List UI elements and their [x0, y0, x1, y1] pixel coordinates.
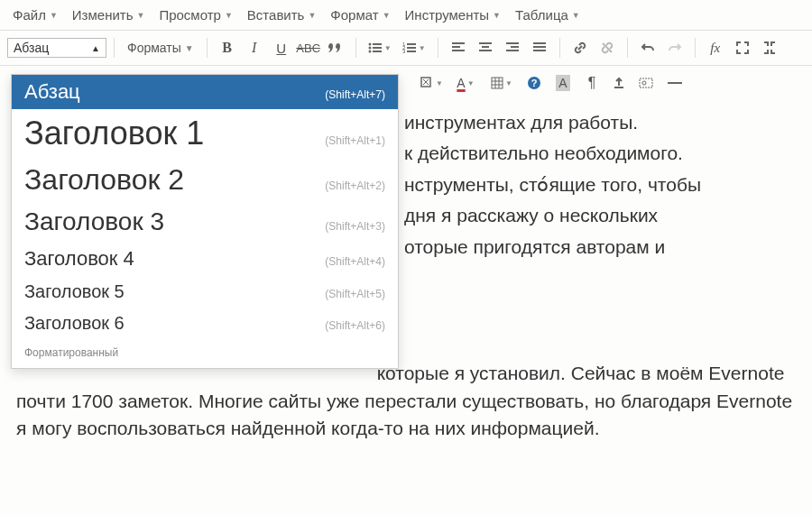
underline-button[interactable]: U	[269, 36, 294, 60]
chevron-down-icon: ▼	[225, 11, 233, 20]
svg-point-2	[368, 47, 371, 50]
align-justify-button[interactable]	[527, 36, 552, 60]
dd-shortcut: (Shift+Alt+6)	[325, 319, 385, 332]
svg-point-33	[642, 81, 646, 85]
italic-button[interactable]: I	[242, 36, 267, 60]
svg-text:?: ?	[531, 78, 538, 88]
dd-heading-1[interactable]: Заголовок 1 (Shift+Alt+1)	[12, 109, 398, 158]
dd-preformatted[interactable]: Форматированный	[12, 339, 398, 368]
svg-rect-3	[373, 47, 382, 49]
chevron-up-icon: ▲	[91, 43, 100, 53]
dd-heading-2[interactable]: Заголовок 2 (Shift+Alt+2)	[12, 158, 398, 202]
table-button[interactable]: ▼	[485, 71, 518, 95]
menu-table[interactable]: Таблица▼	[510, 5, 586, 25]
dd-heading-5[interactable]: Заголовок 5 (Shift+Alt+5)	[12, 276, 398, 308]
dd-shortcut: (Shift+Alt+5)	[325, 288, 385, 300]
dd-shortcut: (Shift+Alt+4)	[325, 255, 385, 268]
svg-rect-13	[452, 46, 460, 48]
fullscreen-button[interactable]	[730, 36, 755, 60]
svg-rect-16	[482, 46, 489, 48]
svg-rect-1	[373, 43, 382, 45]
svg-point-0	[368, 43, 371, 46]
highlight-button[interactable]: A	[550, 71, 576, 95]
svg-rect-23	[533, 50, 546, 51]
svg-rect-11	[407, 51, 416, 52]
separator	[355, 38, 356, 58]
upload-button[interactable]	[606, 71, 632, 95]
formats-menu[interactable]: Форматы ▼	[122, 38, 199, 58]
svg-rect-15	[479, 42, 492, 44]
horizontal-rule-button[interactable]	[662, 71, 687, 95]
menu-edit[interactable]: Изменить▼	[67, 5, 151, 25]
svg-rect-19	[511, 46, 519, 48]
svg-text:3: 3	[402, 49, 406, 54]
align-center-button[interactable]	[473, 36, 498, 60]
text-color-button[interactable]: A▼	[449, 71, 482, 95]
dd-label: Заголовок 6	[24, 313, 125, 334]
formats-label: Форматы	[127, 41, 181, 55]
menu-tools[interactable]: Инструменты▼	[400, 5, 506, 25]
bold-button[interactable]: B	[215, 36, 240, 60]
dd-label: Заголовок 1	[24, 115, 204, 152]
embed-button[interactable]	[633, 71, 659, 95]
chevron-down-icon: ▼	[572, 11, 580, 20]
menu-view[interactable]: Просмотр▼	[153, 5, 237, 25]
svg-rect-12	[452, 42, 465, 44]
dd-paragraph[interactable]: Абзац (Shift+Alt+7)	[12, 75, 398, 109]
paragraph-icon[interactable]: ¶	[579, 71, 604, 95]
align-left-button[interactable]	[446, 36, 471, 60]
dd-label: Заголовок 4	[24, 247, 134, 271]
dd-label: Заголовок 3	[24, 207, 164, 236]
background-color-button[interactable]: ▼	[415, 71, 448, 95]
separator	[114, 38, 115, 58]
chevron-down-icon: ▼	[136, 11, 144, 20]
dd-shortcut: (Shift+Alt+7)	[325, 88, 385, 101]
svg-rect-5	[373, 51, 382, 52]
blockquote-button[interactable]	[323, 36, 348, 60]
toolbar-row-1: Абзац ▲ Форматы ▼ B I U ABC ▼ 123▼ fx	[0, 31, 812, 66]
dd-label: Заголовок 2	[24, 163, 184, 197]
svg-point-4	[368, 51, 371, 53]
chevron-down-icon: ▼	[50, 11, 58, 20]
chevron-down-icon: ▼	[308, 11, 316, 20]
separator	[627, 38, 628, 58]
dd-heading-3[interactable]: Заголовок 3 (Shift+Alt+3)	[12, 202, 398, 242]
dd-label: Абзац	[24, 80, 80, 104]
link-button[interactable]	[567, 36, 593, 60]
format-select[interactable]: Абзац ▲	[7, 38, 106, 58]
svg-rect-14	[452, 50, 465, 51]
unlink-button[interactable]	[595, 36, 620, 60]
chevron-down-icon: ▼	[493, 11, 501, 20]
numbered-list-button[interactable]: 123▼	[398, 36, 430, 60]
svg-rect-7	[407, 43, 416, 45]
more-button[interactable]	[757, 36, 782, 60]
separator	[438, 38, 438, 58]
svg-rect-34	[668, 82, 682, 84]
format-select-label: Абзац	[14, 41, 49, 55]
menubar: Файл▼ Изменить▼ Просмотр▼ Вставить▼ Форм…	[0, 0, 812, 31]
svg-rect-20	[506, 50, 519, 51]
redo-button[interactable]	[662, 36, 687, 60]
dd-heading-6[interactable]: Заголовок 6 (Shift+Alt+6)	[12, 308, 398, 339]
dd-heading-4[interactable]: Заголовок 4 (Shift+Alt+4)	[12, 242, 398, 276]
menu-insert[interactable]: Вставить▼	[242, 5, 322, 25]
help-button[interactable]: ?	[521, 71, 547, 95]
format-dropdown: Абзац (Shift+Alt+7) Заголовок 1 (Shift+A…	[11, 74, 399, 369]
dd-shortcut: (Shift+Alt+1)	[325, 134, 385, 147]
chevron-down-icon: ▼	[185, 43, 194, 53]
align-right-button[interactable]	[500, 36, 525, 60]
dd-label: Заголовок 5	[24, 281, 125, 302]
menu-format[interactable]: Формат▼	[325, 5, 395, 25]
chevron-down-icon: ▼	[383, 11, 391, 20]
content-paragraph: Это одно из самых первых расширений, кот…	[16, 360, 796, 442]
dd-shortcut: (Shift+Alt+2)	[325, 179, 385, 192]
bullet-list-button[interactable]: ▼	[364, 36, 396, 60]
svg-rect-18	[506, 42, 519, 44]
formula-button[interactable]: fx	[703, 36, 728, 60]
separator	[559, 38, 560, 58]
svg-rect-22	[533, 46, 546, 48]
strikethrough-button[interactable]: ABC	[296, 36, 321, 60]
menu-file[interactable]: Файл▼	[7, 5, 63, 25]
svg-rect-25	[492, 78, 503, 88]
undo-button[interactable]	[635, 36, 660, 60]
